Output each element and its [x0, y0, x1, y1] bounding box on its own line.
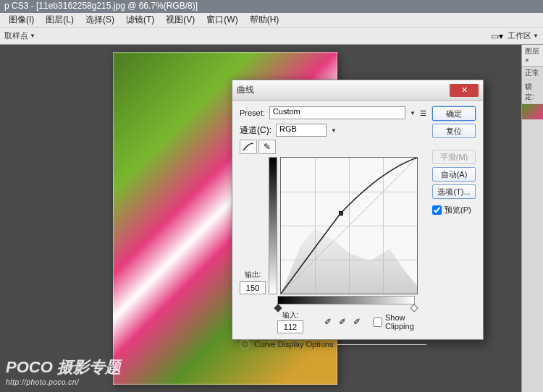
- expand-display-options[interactable]: ◡: [240, 339, 250, 349]
- close-button[interactable]: ✕: [450, 84, 479, 97]
- input-label: 输入:: [277, 310, 303, 320]
- divider: [337, 344, 426, 345]
- layers-panel: 图层 × 正常 锁定:: [521, 45, 543, 392]
- preview-checkbox[interactable]: 预览(P): [432, 205, 476, 216]
- workspace-label: 工作区: [508, 30, 531, 41]
- options-button[interactable]: 选项(T)...: [432, 184, 476, 199]
- curves-graph[interactable]: [280, 157, 418, 294]
- blend-mode[interactable]: 正常: [522, 67, 543, 80]
- curve-point-tool[interactable]: [240, 140, 257, 154]
- curve-display-options-label: Curve Display Options: [254, 340, 333, 349]
- gray-eyedropper-icon[interactable]: ✐: [337, 316, 348, 328]
- watermark-url: http://photo.poco.cn/: [6, 378, 121, 386]
- auto-button[interactable]: 自动(A): [432, 167, 476, 182]
- ok-button[interactable]: 确定: [432, 106, 476, 121]
- output-gradient[interactable]: [269, 157, 277, 294]
- watermark-brand: POCO 摄影专题: [6, 357, 121, 378]
- menu-image[interactable]: 图像(I): [3, 14, 40, 26]
- curve-path: [281, 158, 417, 294]
- layers-tab[interactable]: 图层 ×: [522, 45, 543, 67]
- sample-label: 取样点: [4, 30, 28, 41]
- layer-thumb[interactable]: [522, 104, 543, 120]
- close-icon: ✕: [461, 85, 468, 95]
- input-gradient[interactable]: [277, 296, 415, 304]
- menubar: 图像(I) 图层(L) 选择(S) 滤镜(T) 视图(V) 窗口(W) 帮助(H…: [0, 13, 543, 27]
- dialog-titlebar[interactable]: 曲线 ✕: [232, 80, 483, 101]
- chevron-down-icon: ▼: [410, 110, 416, 116]
- cancel-button[interactable]: 复位: [432, 124, 476, 138]
- chevron-down-icon: ▼: [533, 33, 539, 39]
- curve-pencil-tool[interactable]: ✎: [258, 140, 276, 154]
- chevron-down-icon: ▼: [331, 127, 337, 134]
- show-clipping-input[interactable]: [373, 318, 382, 327]
- screen-mode-icon[interactable]: ▭▾: [491, 31, 503, 41]
- menu-view[interactable]: 视图(V): [160, 14, 201, 26]
- white-eyedropper-icon[interactable]: ✐: [351, 316, 363, 328]
- preview-label: 预览(P): [445, 205, 471, 216]
- black-eyedropper-icon[interactable]: ✐: [322, 316, 334, 328]
- curves-dialog: 曲线 ✕ Preset: Custom ▼ ☰ 通道(C): RGB ▼ ✎: [232, 80, 484, 340]
- input-value[interactable]: 112: [277, 320, 303, 333]
- output-label: 输出:: [240, 270, 266, 280]
- pencil-icon: ✎: [264, 142, 271, 152]
- menu-select[interactable]: 选择(S): [80, 14, 120, 26]
- workspace-dropdown[interactable]: 工作区 ▼: [508, 30, 539, 41]
- sample-point-dropdown[interactable]: 取样点 ▼: [4, 30, 35, 41]
- menu-filter[interactable]: 滤镜(T): [120, 14, 160, 26]
- app-titlebar: p CS3 - [11eb3162258g215.jpg @ 66.7%(RGB…: [0, 0, 543, 13]
- menu-help[interactable]: 帮助(H): [244, 14, 285, 26]
- preview-input[interactable]: [432, 205, 442, 215]
- preset-label: Preset:: [240, 108, 265, 117]
- menu-window[interactable]: 窗口(W): [201, 14, 243, 26]
- menu-layer[interactable]: 图层(L): [40, 14, 80, 26]
- preset-select[interactable]: Custom: [269, 106, 405, 119]
- chevron-down-icon: ▼: [30, 33, 35, 39]
- show-clipping-checkbox[interactable]: Show Clipping: [373, 313, 426, 331]
- show-clipping-label: Show Clipping: [385, 313, 426, 331]
- lock-row: 锁定:: [522, 80, 543, 104]
- preset-menu-icon[interactable]: ☰: [420, 109, 426, 117]
- output-value[interactable]: 150: [240, 281, 266, 294]
- channel-label: 通道(C):: [240, 124, 272, 137]
- watermark: POCO 摄影专题 http://photo.poco.cn/: [6, 357, 121, 386]
- dialog-title: 曲线: [237, 84, 254, 96]
- options-bar: 取样点 ▼ ▭▾ 工作区 ▼: [0, 27, 543, 45]
- smooth-button: 平滑(M): [432, 150, 476, 164]
- curve-control-point[interactable]: [339, 211, 343, 216]
- channel-select[interactable]: RGB: [276, 124, 327, 137]
- svg-line-0: [281, 158, 417, 294]
